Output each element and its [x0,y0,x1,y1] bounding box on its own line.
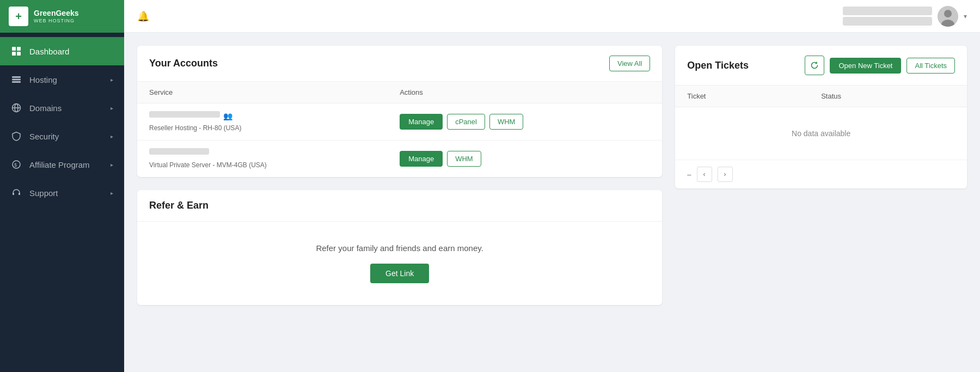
header: 🔔 ████████ ██████████ ████████████████ ▾ [124,0,980,33]
svg-rect-3 [17,52,21,56]
sidebar-item-label-affiliate: Affiliate Program [29,160,103,169]
cpanel-button-1[interactable]: cPanel [447,114,485,130]
page-indicator: – [687,170,691,179]
refer-earn-card: Refer & Earn Refer your family and frien… [137,190,662,305]
shield-icon [11,131,22,142]
layers-icon [11,74,22,85]
service-column-header: Service [149,88,400,96]
left-column: Your Accounts View All Service Actions 👥… [137,46,662,305]
chevron-icon-hosting: ▸ [111,77,113,83]
tickets-table-header: Ticket Status [675,86,967,107]
status-column-header: Status [821,92,955,100]
sidebar-logo: + GreenGeeks WEB HOSTING [0,0,124,33]
manage-button-1[interactable]: Manage [400,114,443,130]
svg-rect-1 [17,47,21,51]
header-username: ████████ ██████████ [843,7,932,15]
actions-cell-2: Manage WHM [400,151,650,167]
no-data-message: No data available [675,107,967,160]
service-cell-1: 👥 Reseller Hosting - RH-80 (USA) [149,111,400,132]
page-content: Your Accounts View All Service Actions 👥… [124,33,980,372]
refer-body: Refer your family and friends and earn m… [137,222,662,305]
people-icon: 👥 [223,112,232,120]
svg-rect-12 [13,193,14,195]
service-name-row-2 [149,148,400,157]
manage-button-2[interactable]: Manage [400,151,443,167]
sidebar-item-dashboard[interactable]: Dashboard [0,37,124,65]
service-name-blurred-2 [149,148,209,155]
sidebar-item-support[interactable]: Support ▸ [0,179,124,207]
get-link-button[interactable]: Get Link [370,264,429,283]
ticket-column-header: Ticket [687,92,821,100]
tickets-header: Open Tickets Open New Ticket All Tickets [675,46,967,86]
sidebar-item-label-dashboard: Dashboard [29,47,113,56]
chevron-icon-security: ▸ [111,133,113,139]
service-desc-1: Reseller Hosting - RH-80 (USA) [149,124,241,132]
sidebar-item-affiliate[interactable]: $ Affiliate Program ▸ [0,150,124,179]
chevron-icon-support: ▸ [111,190,113,196]
accounts-table-header: Service Actions [137,82,662,103]
grid-icon [11,46,22,57]
actions-column-header: Actions [400,88,650,96]
sidebar-item-label-hosting: Hosting [29,75,103,84]
table-row: 👥 Reseller Hosting - RH-80 (USA) Manage … [137,103,662,141]
sidebar-item-domains[interactable]: Domains ▸ [0,94,124,122]
headset-icon [11,187,22,198]
header-email: ████████████████ [843,17,932,26]
sidebar-item-security[interactable]: Security ▸ [0,122,124,150]
refer-card-header: Refer & Earn [137,190,662,222]
refer-title: Refer & Earn [149,200,209,211]
avatar [938,6,958,27]
right-column: Open Tickets Open New Ticket All Tickets… [675,46,967,188]
sidebar-item-label-domains: Domains [29,103,103,113]
svg-rect-4 [12,76,21,78]
all-tickets-button[interactable]: All Tickets [906,58,955,74]
pagination-next-button[interactable]: › [718,167,733,182]
service-name-row-1: 👥 [149,111,400,120]
sidebar-item-label-security: Security [29,132,103,141]
piggy-icon: $ [11,159,22,170]
svg-rect-13 [19,193,20,195]
user-menu[interactable]: ████████ ██████████ ████████████████ ▾ [843,6,967,27]
svg-rect-0 [12,47,16,51]
globe-icon [11,102,22,113]
accounts-card-header: Your Accounts View All [137,46,662,82]
svg-rect-2 [12,52,16,56]
whm-button-2[interactable]: WHM [447,151,481,167]
user-info: ████████ ██████████ ████████████████ [843,7,932,26]
actions-cell-1: Manage cPanel WHM [400,114,650,130]
main-content: 🔔 ████████ ██████████ ████████████████ ▾ [124,0,980,372]
user-menu-chevron-icon: ▾ [964,13,967,20]
svg-point-15 [944,10,952,17]
view-all-button[interactable]: View All [609,56,650,71]
open-new-ticket-button[interactable]: Open New Ticket [830,58,901,74]
table-row: Virtual Private Server - MVM-4GB (USA) M… [137,141,662,177]
service-cell-2: Virtual Private Server - MVM-4GB (USA) [149,148,400,169]
chevron-icon-affiliate: ▸ [111,162,113,168]
pagination: – ‹ › [675,160,967,188]
tickets-card: Open Tickets Open New Ticket All Tickets… [675,46,967,188]
sidebar: + GreenGeeks WEB HOSTING Dashboard [0,0,124,372]
service-name-blurred-1 [149,111,220,118]
accounts-title: Your Accounts [149,58,218,69]
service-desc-2: Virtual Private Server - MVM-4GB (USA) [149,161,267,169]
svg-rect-6 [12,81,21,83]
logo-icon: + [9,7,28,26]
sidebar-item-hosting[interactable]: Hosting ▸ [0,65,124,94]
svg-text:$: $ [14,162,17,168]
pagination-prev-button[interactable]: ‹ [697,167,712,182]
refresh-button[interactable] [805,56,824,75]
accounts-card: Your Accounts View All Service Actions 👥… [137,46,662,177]
refer-text: Refer your family and friends and earn m… [316,243,483,253]
whm-button-1[interactable]: WHM [489,114,524,130]
svg-rect-5 [12,79,21,81]
notification-bell-icon[interactable]: 🔔 [137,10,149,22]
sidebar-nav: Dashboard Hosting ▸ Do [0,33,124,211]
chevron-icon-domains: ▸ [111,105,113,111]
tickets-title: Open Tickets [687,60,799,71]
sidebar-item-label-support: Support [29,188,103,198]
logo-text: GreenGeeks WEB HOSTING [34,9,79,24]
